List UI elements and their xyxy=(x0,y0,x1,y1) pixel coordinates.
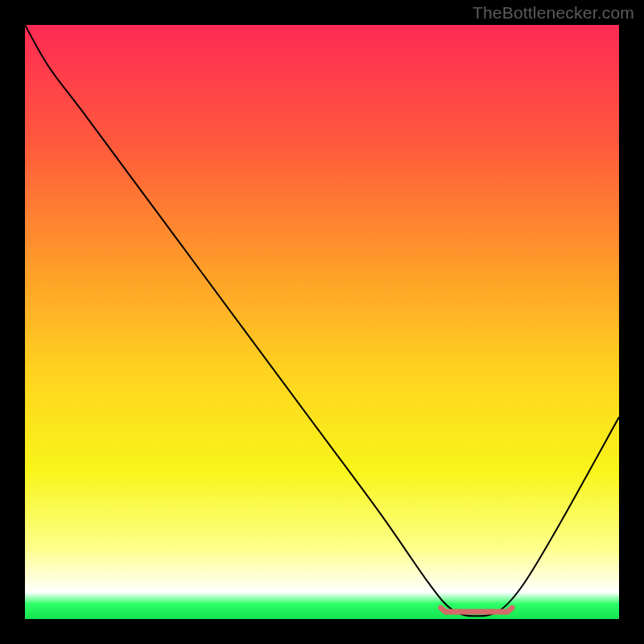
bottleneck-chart xyxy=(25,25,619,619)
watermark-text: TheBottlenecker.com xyxy=(473,3,634,23)
gradient-background xyxy=(25,25,619,619)
